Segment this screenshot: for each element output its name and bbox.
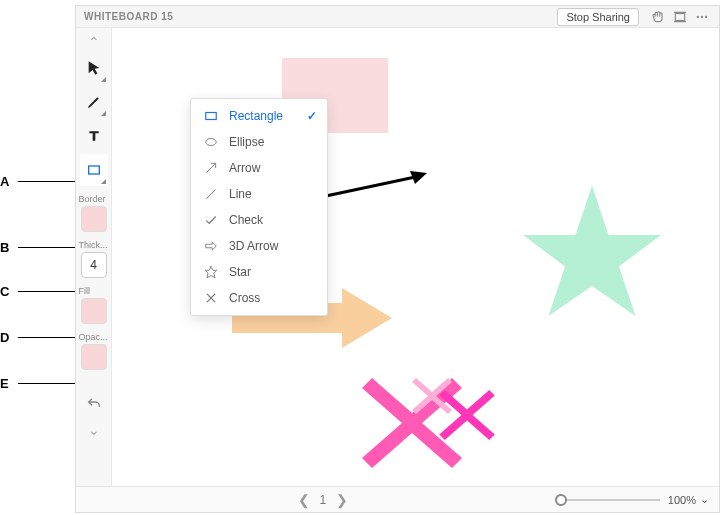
scroll-up-icon[interactable]: ⌃ [88,34,100,50]
dd-cross[interactable]: Cross [191,285,327,311]
callout-a: A [0,174,18,189]
dd-check[interactable]: Check [191,207,327,233]
thickness-input[interactable]: 4 [81,252,107,278]
header: WHITEBOARD 15 Stop Sharing [76,6,719,28]
dd-ellipse[interactable]: Ellipse [191,129,327,155]
svg-point-1 [697,15,699,17]
pencil-tool[interactable] [80,86,108,118]
svg-rect-11 [88,166,99,174]
dd-label: Line [229,187,252,201]
submenu-indicator-icon [101,77,106,82]
svg-point-3 [705,15,707,17]
dd-line[interactable]: Line [191,181,327,207]
scroll-down-icon[interactable]: ⌄ [88,422,100,438]
svg-rect-12 [206,113,217,120]
star-icon [201,265,221,279]
callout-c: C [0,284,18,299]
window-title: WHITEBOARD 15 [84,11,557,22]
dd-label: Rectangle [229,109,283,123]
3d-arrow-icon [201,239,221,253]
dd-label: Star [229,265,251,279]
opacity-label: Opac... [77,332,111,342]
shape-cross-3[interactable] [437,390,497,440]
dd-label: Ellipse [229,135,264,149]
text-tool[interactable] [80,120,108,152]
svg-point-2 [701,15,703,17]
svg-marker-16 [206,242,217,250]
svg-point-13 [206,139,217,146]
border-label: Border [77,194,111,204]
svg-marker-5 [410,171,427,184]
pager: ❮ 1 ❯ [298,492,349,508]
thickness-group: Thick... 4 [77,240,111,278]
opacity-swatch[interactable] [81,344,107,370]
dd-label: Cross [229,291,260,305]
border-swatch[interactable] [81,206,107,232]
more-icon[interactable] [693,8,711,26]
footer: ❮ 1 ❯ 100% ⌄ [76,486,719,512]
svg-line-14 [206,163,215,172]
line-icon [201,187,221,201]
rectangle-icon [201,109,221,123]
undo-button[interactable] [80,388,108,420]
shape-star[interactable] [512,178,672,328]
submenu-indicator-icon [101,179,106,184]
fill-group: Fill [77,286,111,324]
next-page-button[interactable]: ❯ [336,492,348,508]
svg-marker-6 [523,186,661,317]
chevron-down-icon: ⌄ [700,493,709,506]
page-number: 1 [320,493,327,507]
whiteboard-window: WHITEBOARD 15 Stop Sharing [75,5,720,513]
dd-rectangle[interactable]: Rectangle ✓ [191,103,327,129]
prev-page-button[interactable]: ❮ [298,492,310,508]
arrow-icon [201,161,221,175]
callout-labels: A B C D E [0,0,75,515]
svg-marker-17 [205,266,217,278]
cross-icon [201,291,221,305]
checkmark-icon [201,213,221,227]
fill-swatch[interactable] [81,298,107,324]
svg-rect-0 [675,13,684,20]
submenu-indicator-icon [101,111,106,116]
fill-label: Fill [77,286,111,296]
dd-label: Arrow [229,161,260,175]
ellipse-icon [201,135,221,149]
callout-e: E [0,376,18,391]
border-group: Border [77,194,111,232]
fullscreen-icon[interactable] [671,8,689,26]
toolbar: ⌃ Border [76,28,112,486]
zoom-value[interactable]: 100% ⌄ [668,493,709,506]
dd-label: 3D Arrow [229,239,278,253]
select-tool[interactable] [80,52,108,84]
callout-d: D [0,330,18,345]
dd-3darrow[interactable]: 3D Arrow [191,233,327,259]
dd-label: Check [229,213,263,227]
shape-tool[interactable] [80,154,108,186]
zoom-controls: 100% ⌄ [560,493,709,506]
opacity-group: Opac... [77,332,111,370]
dd-arrow[interactable]: Arrow [191,155,327,181]
svg-marker-10 [439,390,495,440]
thickness-label: Thick... [77,240,111,250]
dd-star[interactable]: Star [191,259,327,285]
shape-dropdown: Rectangle ✓ Ellipse Arrow Line Che [190,98,328,316]
check-icon: ✓ [307,109,317,123]
zoom-thumb[interactable] [555,494,567,506]
stop-sharing-button[interactable]: Stop Sharing [557,8,639,26]
svg-line-15 [206,189,215,198]
zoom-slider[interactable] [560,499,660,501]
callout-b: B [0,240,18,255]
hand-icon[interactable] [649,8,667,26]
